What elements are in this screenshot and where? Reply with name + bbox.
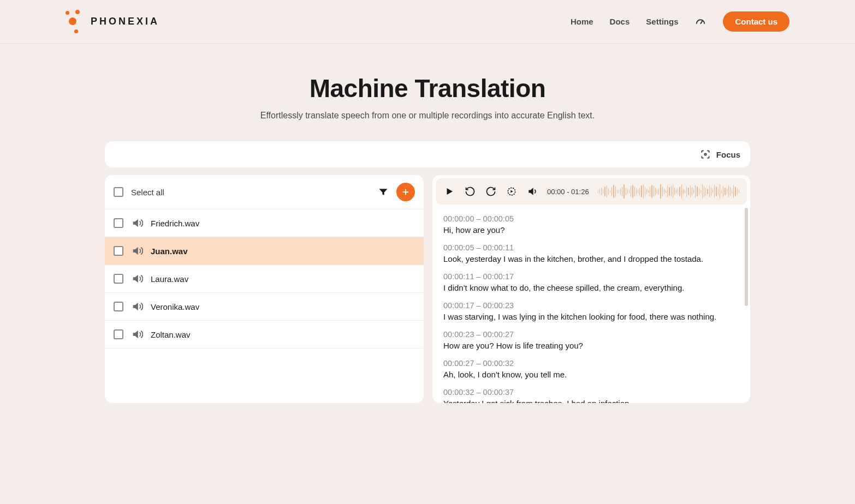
- replay-icon[interactable]: [464, 185, 476, 197]
- volume-icon[interactable]: [526, 185, 538, 197]
- file-name: Friedrich.wav: [151, 219, 199, 228]
- select-all-checkbox[interactable]: [114, 187, 123, 197]
- speaker-icon: [131, 328, 143, 340]
- contact-button[interactable]: Contact us: [723, 11, 789, 32]
- transcript-list: 00:00:00 – 00:00:05 Hi, how are you? 00:…: [432, 208, 750, 403]
- file-list-header: Select all: [105, 175, 424, 209]
- forward-icon[interactable]: [485, 185, 497, 197]
- segment-text: Ah, look, I don't know, you tell me.: [443, 369, 739, 380]
- scrollbar[interactable]: [745, 208, 748, 306]
- file-checkbox[interactable]: [114, 302, 123, 311]
- segment-text: Hi, how are you?: [443, 224, 739, 236]
- loop-icon[interactable]: [506, 185, 518, 197]
- file-list-panel: Select all: [105, 175, 424, 403]
- segment-timestamp: 00:00:32 – 00:00:37: [443, 388, 739, 397]
- top-nav: Home Docs Settings Contact us: [571, 11, 789, 32]
- segment-timestamp: 00:00:27 – 00:00:32: [443, 359, 739, 368]
- file-name: Veronika.wav: [151, 302, 199, 311]
- transcript-panel: 00:00 - 01:26 00:00:00 – 00:00:05 Hi, ho…: [432, 175, 750, 403]
- logo-mark: [66, 10, 85, 34]
- speaker-icon: [131, 217, 143, 229]
- file-row[interactable]: Friedrich.wav: [105, 209, 424, 237]
- file-row[interactable]: Juan.wav: [105, 237, 424, 265]
- gauge-icon[interactable]: [694, 16, 706, 28]
- file-name: Zoltan.wav: [151, 330, 191, 339]
- filter-icon[interactable]: [378, 187, 389, 197]
- select-all-label: Select all: [131, 188, 164, 197]
- segment-timestamp: 00:00:00 – 00:00:05: [443, 214, 739, 223]
- segment-text: Look, yesterday I was in the kitchen, br…: [443, 253, 739, 265]
- nav-settings[interactable]: Settings: [646, 17, 678, 26]
- page-title: Machine Translation: [0, 74, 855, 103]
- file-checkbox[interactable]: [114, 246, 123, 256]
- play-icon[interactable]: [443, 185, 455, 197]
- speaker-icon: [131, 273, 143, 285]
- svg-point-1: [704, 153, 706, 155]
- brand-logo[interactable]: PHONEXIA: [66, 10, 159, 34]
- transcript-segment[interactable]: 00:00:17 – 00:00:23 I was starving, I wa…: [443, 301, 739, 322]
- speaker-icon: [131, 301, 143, 313]
- segment-timestamp: 00:00:11 – 00:00:17: [443, 272, 739, 281]
- segment-text: How are you? How is life treating you?: [443, 340, 739, 351]
- file-list: Friedrich.wav Juan.wav Laura.wav Veronik…: [105, 209, 424, 403]
- player-time: 00:00 - 01:26: [547, 188, 589, 196]
- page-header: Machine Translation Effortlessly transla…: [0, 74, 855, 121]
- waveform[interactable]: [598, 183, 739, 200]
- file-name: Juan.wav: [151, 247, 188, 256]
- page-subtitle: Effortlessly translate speech from one o…: [0, 111, 855, 121]
- focus-icon: [700, 149, 711, 160]
- transcript-segment[interactable]: 00:00:00 – 00:00:05 Hi, how are you?: [443, 214, 739, 236]
- nav-docs[interactable]: Docs: [610, 17, 630, 26]
- svg-line-0: [700, 21, 703, 24]
- focus-label: Focus: [716, 150, 740, 159]
- speaker-icon: [131, 245, 143, 257]
- file-checkbox[interactable]: [114, 329, 123, 339]
- nav-home[interactable]: Home: [571, 17, 593, 26]
- focus-button[interactable]: Focus: [700, 149, 740, 160]
- file-row[interactable]: Zoltan.wav: [105, 321, 424, 349]
- file-name: Laura.wav: [151, 274, 188, 284]
- player-bar: 00:00 - 01:26: [436, 178, 747, 205]
- transcript-segment[interactable]: 00:00:32 – 00:00:37 Yesterday I got sick…: [443, 388, 739, 403]
- file-row[interactable]: Laura.wav: [105, 265, 424, 293]
- transcript-segment[interactable]: 00:00:11 – 00:00:17 I didn't know what t…: [443, 272, 739, 293]
- segment-timestamp: 00:00:05 – 00:00:11: [443, 243, 739, 252]
- segment-timestamp: 00:00:23 – 00:00:27: [443, 330, 739, 339]
- segment-text: I didn't know what to do, the cheese spi…: [443, 282, 739, 293]
- transcript-segment[interactable]: 00:00:05 – 00:00:11 Look, yesterday I wa…: [443, 243, 739, 265]
- segment-timestamp: 00:00:17 – 00:00:23: [443, 301, 739, 310]
- transcript-segment[interactable]: 00:00:27 – 00:00:32 Ah, look, I don't kn…: [443, 359, 739, 380]
- action-bar: Focus: [105, 141, 750, 167]
- file-checkbox[interactable]: [114, 274, 123, 284]
- segment-text: I was starving, I was lying in the kitch…: [443, 311, 739, 322]
- file-checkbox[interactable]: [114, 218, 123, 228]
- add-file-button[interactable]: [396, 183, 415, 201]
- transcript-segment[interactable]: 00:00:23 – 00:00:27 How are you? How is …: [443, 330, 739, 351]
- segment-text: Yesterday I got sick from trachea, I had…: [443, 398, 739, 403]
- header: PHONEXIA Home Docs Settings Contact us: [0, 0, 855, 44]
- brand-name: PHONEXIA: [91, 16, 159, 27]
- file-row[interactable]: Veronika.wav: [105, 293, 424, 321]
